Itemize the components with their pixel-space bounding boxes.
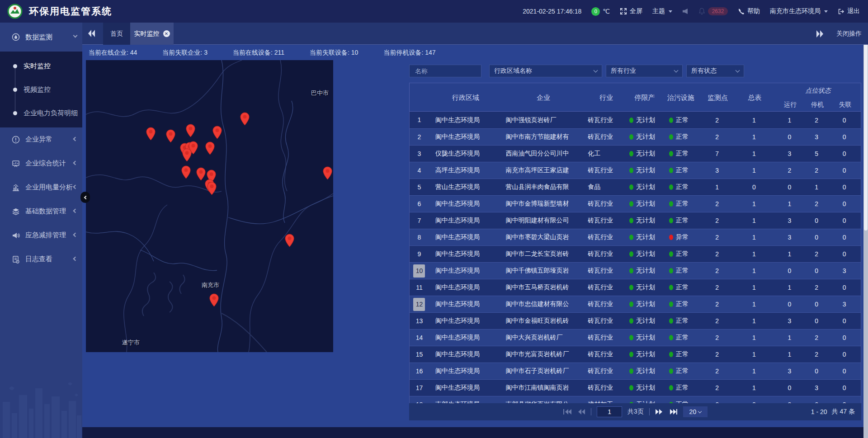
map-panel[interactable]: 巴中市南充市遂宁市 — [86, 60, 333, 352]
cell-stopped: 0 — [805, 363, 828, 379]
table-row[interactable]: 3 仪陇生态环境局 西南油气田分公司川中 化工 无计划 正常 7 1 3 5 0 — [410, 145, 861, 162]
sidebar-item-emergency-reduction[interactable]: 应急减排管理 — [0, 223, 82, 247]
status-dot-icon — [629, 318, 633, 324]
tab-home[interactable]: 首页 — [103, 23, 130, 45]
table-row[interactable]: 13 阆中生态环境局 阆中市金福旺页岩机砖 砖瓦行业 无计划 正常 2 1 3 … — [410, 312, 861, 329]
tab-realtime-monitor[interactable]: 实时监控 ✕ — [130, 23, 174, 45]
status-dot-icon — [669, 335, 673, 340]
first-page-icon[interactable] — [563, 408, 572, 415]
table-row[interactable]: 8 阆中生态环境局 阆中市枣碧大梁山页岩 砖瓦行业 无计划 异常 2 1 3 0… — [410, 229, 861, 245]
fullscreen-button[interactable]: 全屏 — [620, 7, 642, 15]
table-row[interactable]: 2 阆中生态环境局 阆中市南方节能建材有 砖瓦行业 无计划 正常 2 1 0 3… — [410, 128, 861, 145]
table-row[interactable]: 14 阆中生态环境局 阆中大兴页岩机砖厂 砖瓦行业 无计划 正常 2 1 1 2… — [410, 329, 861, 346]
table-row[interactable]: 17 阆中生态环境局 阆中市江南镇阆南页岩 砖瓦行业 无计划 正常 2 1 0 … — [410, 379, 861, 396]
cell-running: 3 — [774, 313, 805, 329]
search-input[interactable] — [414, 67, 476, 75]
map-pin-icon[interactable] — [181, 165, 191, 179]
stat-stopped-devices: 当前停机设备: 147 — [383, 49, 435, 57]
cell-industry: 建材加工 — [584, 396, 627, 403]
cell-monitor-points: 2 — [700, 263, 735, 279]
cell-offline: 0 — [828, 246, 861, 262]
tabs-scroll-left-icon[interactable] — [87, 28, 96, 39]
help-button[interactable]: 帮助 — [738, 7, 760, 15]
map-pin-icon[interactable] — [166, 129, 175, 143]
sidebar-item-realtime-monitor[interactable]: 实时监控 — [0, 54, 82, 78]
sidebar-item-video-monitor[interactable]: 视频监控 — [0, 78, 82, 101]
mute-speaker-button[interactable] — [682, 8, 689, 14]
cell-stopped: 2 — [805, 279, 828, 296]
table-row[interactable]: 5 营山生态环境局 营山县润丰肉食品有限 食品 无计划 正常 1 0 0 1 0 — [410, 179, 861, 195]
map-pin-icon[interactable] — [212, 126, 222, 139]
cell-facility-status: 正常 — [661, 330, 700, 346]
cell-region: 阆中生态环境局 — [429, 380, 502, 396]
org-menu[interactable]: 南充市生态环境局 — [770, 7, 828, 15]
map-pin-icon[interactable] — [182, 148, 192, 162]
last-page-icon[interactable] — [669, 408, 678, 415]
table-row[interactable]: 4 高坪生态环境局 南充市高坪区王家店建 砖瓦行业 无计划 正常 3 1 2 2… — [410, 162, 861, 179]
next-page-icon[interactable] — [655, 408, 663, 415]
table-row[interactable]: 11 阆中生态环境局 阆中市五马桥页岩机砖 砖瓦行业 无计划 正常 2 1 1 … — [410, 279, 861, 296]
table-row[interactable]: 9 阆中生态环境局 阆中市二龙长宝页岩砖 砖瓦行业 无计划 正常 2 1 1 2… — [410, 245, 861, 262]
region-filter-select[interactable]: 行政区域名称 — [489, 65, 602, 77]
top-header: 环保用电监管系统 2021-02-25 17:46:18 0 ℃ 全屏 主题 2… — [0, 0, 868, 23]
map-collapse-button[interactable] — [80, 192, 90, 203]
sidebar-item-enterprise-abnormal[interactable]: 企业异常 — [0, 127, 82, 151]
status-dot-icon — [669, 118, 673, 123]
table-row[interactable]: 7 阆中生态环境局 阆中明阳建材有限公司 砖瓦行业 无计划 正常 2 1 3 0… — [410, 212, 861, 229]
map-pin-icon[interactable] — [240, 112, 250, 126]
map-pin-icon[interactable] — [207, 182, 217, 195]
stat-offline-devices: 当前失联设备: 10 — [310, 49, 358, 57]
chevron-left-icon — [73, 160, 78, 165]
map-pin-icon[interactable] — [323, 166, 332, 180]
chevron-left-icon — [73, 208, 78, 213]
sidebar-item-power-analysis[interactable]: 企业用电量分析 — [0, 175, 82, 199]
map-pin-icon[interactable] — [209, 293, 219, 307]
cell-running: 3 — [774, 146, 805, 162]
map-pin-icon[interactable] — [146, 127, 156, 141]
chevron-down-icon — [669, 10, 672, 13]
cell-facility-status: 正常 — [661, 129, 700, 145]
cell-industry: 砖瓦行业 — [584, 246, 627, 262]
tab-close-icon[interactable]: ✕ — [163, 30, 170, 37]
exit-icon — [838, 8, 844, 15]
tabs-scroll-right-icon[interactable] — [816, 28, 825, 39]
table-row[interactable]: 15 阆中生态环境局 阆中市光富页岩机砖厂 砖瓦行业 无计划 正常 2 1 1 … — [410, 346, 861, 363]
table-row[interactable]: 6 阆中生态环境局 阆中市金博瑞新型墙材 砖瓦行业 无计划 正常 2 1 1 2… — [410, 195, 861, 212]
table-row[interactable]: 18 南部生态环境局 南部县砌华页岩有限公 建材加工 无计划 正常 6 0 0 … — [410, 396, 861, 403]
status-filter-select[interactable]: 所有状态 — [686, 65, 744, 77]
sidebar-item-data-monitoring[interactable]: 数据监测 — [0, 23, 82, 52]
table-row[interactable]: 12 阆中生态环境局 阆中市忠信建材有限公 砖瓦行业 无计划 正常 2 1 0 … — [410, 296, 861, 312]
page-number-input[interactable]: 1 — [597, 406, 622, 417]
cell-region: 阆中生态环境局 — [429, 246, 502, 262]
sidebar-item-power-load-detail[interactable]: 企业电力负荷明细 — [0, 101, 82, 125]
cell-monitor-points: 7 — [700, 146, 735, 162]
cell-industry: 砖瓦行业 — [584, 380, 627, 396]
logout-button[interactable]: 退出 — [838, 7, 860, 15]
notifications-button[interactable]: 2632 — [698, 7, 728, 15]
prev-page-icon[interactable] — [577, 408, 585, 415]
cell-region: 阆中生态环境局 — [429, 129, 502, 145]
table-row[interactable]: 10 阆中生态环境局 阆中千佛镇五郎垭页岩 砖瓦行业 无计划 正常 2 1 0 … — [410, 262, 861, 279]
cell-total-meters: 0 — [735, 396, 774, 403]
page-size-select[interactable]: 20 — [683, 406, 708, 417]
table-row[interactable]: 1 阆中生态环境局 阆中强锐页岩砖厂 砖瓦行业 无计划 正常 2 1 1 2 0 — [410, 112, 861, 128]
industry-filter-select[interactable]: 所有行业 — [606, 65, 683, 77]
table-row[interactable]: 16 阆中生态环境局 阆中市石子页岩机砖厂 砖瓦行业 无计划 正常 2 1 3 … — [410, 363, 861, 379]
theme-menu[interactable]: 主题 — [652, 7, 672, 15]
cell-total-meters: 1 — [735, 162, 774, 179]
scrollbar-thumb[interactable] — [864, 36, 868, 231]
window-scrollbar[interactable] — [863, 23, 868, 438]
sidebar-item-log-view[interactable]: 日志查看 — [0, 247, 82, 271]
sidebar-item-enterprise-statistics[interactable]: 企业综合统计 — [0, 151, 82, 175]
map-pin-icon[interactable] — [285, 234, 294, 247]
map-pin-icon[interactable] — [205, 141, 215, 155]
cell-stopped: 2 — [805, 246, 828, 262]
close-operations-menu[interactable]: 关闭操作 — [836, 30, 862, 38]
sidebar-item-base-data[interactable]: 基础数据管理 — [0, 199, 82, 223]
cell-running: 0 — [774, 129, 805, 145]
map-pin-icon[interactable] — [186, 124, 195, 137]
name-filter-input[interactable] — [409, 65, 481, 77]
cell-running: 0 — [774, 179, 805, 195]
map-pin-icon[interactable] — [196, 167, 206, 181]
cell-running: 1 — [774, 330, 805, 346]
